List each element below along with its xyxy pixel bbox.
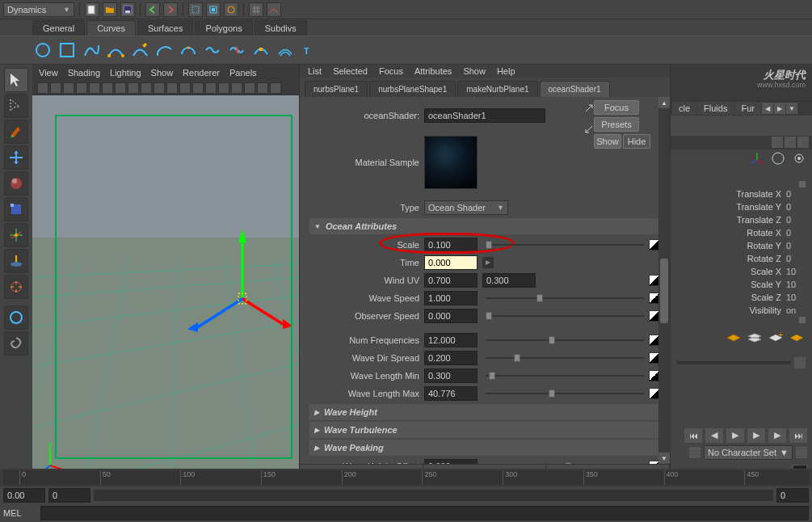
vp-ic[interactable] — [63, 82, 74, 94]
shelf-tab-general[interactable]: General — [32, 20, 85, 36]
vp-ic[interactable] — [115, 82, 126, 94]
ae-scrollbar[interactable]: ▲ ▼ — [658, 97, 670, 464]
scale-slider[interactable] — [486, 239, 644, 250]
text-icon[interactable]: T — [299, 40, 320, 61]
slider-btn[interactable] — [794, 357, 806, 368]
chbox-icon[interactable] — [785, 137, 796, 148]
wave-len-min-slider[interactable] — [486, 370, 644, 381]
circle-icon[interactable] — [32, 40, 53, 61]
offset-icon[interactable] — [275, 40, 296, 61]
vp-ic[interactable] — [76, 82, 87, 94]
command-input[interactable] — [40, 506, 809, 520]
character-set-dropdown[interactable]: No Character Set▼ — [704, 445, 793, 460]
num-freq-slider[interactable] — [486, 335, 644, 346]
range-min-input[interactable] — [48, 488, 90, 503]
vp-menu-renderer[interactable]: Renderer — [183, 68, 220, 78]
shelf-prev-icon[interactable]: ◀ — [762, 103, 773, 114]
ae-tab[interactable]: oceanShader1 — [540, 81, 610, 97]
manip-tool[interactable] — [4, 223, 28, 247]
range-bar[interactable] — [94, 490, 773, 501]
ae-menu-selected[interactable]: Selected — [333, 66, 368, 76]
vp-ic[interactable] — [218, 82, 229, 94]
paint-tool[interactable] — [4, 120, 28, 144]
ae-menu-show[interactable]: Show — [463, 66, 486, 76]
shelf-menu-icon[interactable]: ▼ — [786, 103, 797, 114]
autokey-icon[interactable] — [796, 447, 807, 458]
vp-menu-shading[interactable]: Shading — [68, 68, 100, 78]
scroll-up-icon[interactable]: ▲ — [658, 97, 670, 108]
scroll-down-icon[interactable] — [799, 317, 806, 323]
wave-height-offset-slider[interactable] — [486, 461, 644, 464]
chbox-icon[interactable] — [797, 137, 809, 148]
wave-dir-slider[interactable] — [486, 352, 644, 364]
step-back-icon[interactable]: ◀ — [705, 428, 723, 443]
square-icon[interactable] — [57, 40, 78, 61]
nav-in-icon[interactable] — [584, 124, 595, 136]
section-wave-height[interactable]: ▶Wave Height — [309, 404, 660, 420]
gear-icon[interactable] — [791, 150, 807, 166]
ae-menu-list[interactable]: List — [308, 66, 322, 76]
char-icon[interactable] — [689, 447, 701, 458]
insert-knot-icon[interactable] — [250, 40, 271, 61]
axis-gizmo-icon[interactable] — [749, 150, 765, 166]
attach-icon[interactable] — [202, 40, 223, 61]
vp-ic[interactable] — [141, 82, 152, 94]
ae-menu-focus[interactable]: Focus — [379, 66, 403, 76]
wave-speed-slider[interactable] — [486, 293, 644, 304]
circle-icon[interactable] — [770, 150, 786, 166]
select-icon[interactable] — [188, 2, 203, 17]
scroll-down-icon[interactable]: ▼ — [658, 453, 670, 464]
layer-icon[interactable] — [725, 331, 743, 347]
timeline[interactable]: 0 50 100 150 200 250 300 350 400 450 — [0, 469, 812, 486]
undo-icon[interactable] — [145, 2, 160, 17]
vp-menu-lighting[interactable]: Lighting — [110, 68, 141, 78]
shelf-tab-polygons[interactable]: Polygons — [195, 20, 252, 36]
vp-menu-view[interactable]: View — [39, 68, 58, 78]
presets-button[interactable]: Presets — [594, 117, 639, 132]
slider-track[interactable] — [677, 361, 791, 364]
show-button[interactable]: Show — [594, 134, 621, 149]
show-manip-tool[interactable] — [4, 275, 28, 299]
last-tool-spiral[interactable] — [4, 331, 28, 356]
shelf-next-icon[interactable]: ▶ — [774, 103, 785, 114]
ae-menu-help[interactable]: Help — [497, 66, 515, 76]
shelf-tab-surfaces[interactable]: Surfaces — [137, 20, 193, 36]
scroll-thumb[interactable] — [660, 259, 668, 323]
wave-height-offset-input[interactable] — [424, 459, 478, 464]
nav-out-icon[interactable] — [584, 103, 595, 115]
wave-speed-input[interactable] — [424, 291, 478, 305]
save-icon[interactable] — [120, 2, 135, 17]
arc3-icon[interactable] — [178, 40, 199, 61]
play-fwd-icon[interactable]: ▶ — [747, 428, 765, 443]
chbox-icon[interactable] — [772, 137, 783, 148]
vp-ic[interactable] — [179, 82, 191, 94]
vp-ic[interactable] — [270, 82, 281, 94]
vp-ic[interactable] — [128, 82, 139, 94]
ae-tab[interactable]: nurbsPlaneShape1 — [369, 81, 456, 97]
soft-mod-tool[interactable] — [4, 249, 28, 273]
shelf-tab-curves[interactable]: Curves — [86, 20, 136, 36]
time-input[interactable] — [424, 255, 478, 270]
mel-label[interactable]: MEL — [3, 508, 36, 518]
vp-ic[interactable] — [154, 82, 165, 94]
detach-icon[interactable] — [226, 40, 247, 61]
go-end-icon[interactable]: ⏭ — [789, 428, 807, 443]
wind-u-input[interactable] — [424, 273, 478, 288]
layer-stack-icon[interactable] — [746, 331, 764, 347]
section-wave-peaking[interactable]: ▶Wave Peaking — [309, 440, 660, 456]
ae-tab[interactable]: nurbsPlane1 — [305, 81, 368, 97]
snap-icon[interactable] — [224, 2, 238, 17]
vp-ic[interactable] — [244, 82, 255, 94]
last-tool-circle[interactable] — [4, 305, 28, 330]
select-hier-icon[interactable] — [206, 2, 221, 17]
select-tool[interactable] — [4, 68, 28, 92]
vp-ic[interactable] — [192, 82, 204, 94]
wind-v-input[interactable] — [482, 273, 536, 288]
observer-speed-slider[interactable] — [486, 310, 644, 322]
shelf-tab-subdivs[interactable]: Subdivs — [255, 20, 307, 36]
viewport[interactable]: 1280 x 720 camera1 — [32, 95, 299, 482]
vp-menu-show[interactable]: Show — [151, 68, 174, 78]
shader-name-input[interactable] — [424, 108, 545, 123]
vp-ic[interactable] — [102, 82, 113, 94]
scale-tool[interactable] — [4, 197, 28, 221]
